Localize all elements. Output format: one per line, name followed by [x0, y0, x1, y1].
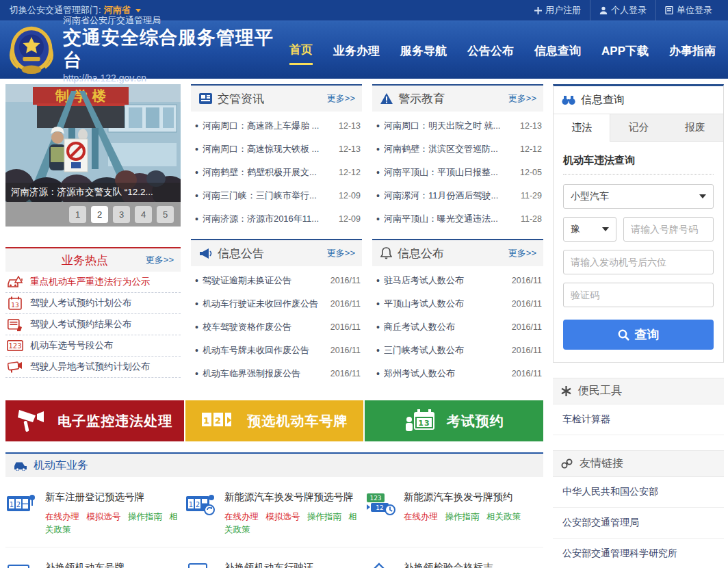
captcha-input[interactable]	[563, 283, 714, 307]
vehicle-business-grid: 12 新车注册登记预选号牌 在线办理 模拟选号 操作指南 相关政策 12 新能源…	[5, 477, 543, 568]
link-operation-guide[interactable]: 操作指南	[445, 512, 479, 521]
list-item[interactable]: •河南鹤壁：淇滨区交管巡防...12-12	[375, 138, 542, 161]
hot-item[interactable]: 13 驾驶人考试预约计划公布	[5, 293, 181, 314]
business-item-new-car-plate[interactable]: 12 新车注册登记预选号牌 在线办理 模拟选号 操作指南 相关政策	[5, 477, 185, 547]
link-online-handle[interactable]: 在线办理	[404, 512, 438, 521]
province-select[interactable]: 豫	[563, 217, 616, 242]
tab-scrap[interactable]: 报废	[667, 114, 723, 142]
business-item-title: 新车注册登记预选号牌	[45, 491, 181, 504]
list-item[interactable]: •河南平顶山：曝光交通违法...11-28	[375, 207, 542, 231]
list-item[interactable]: •机动车号牌未收回作废公告2016/11	[194, 339, 361, 362]
list-item[interactable]: •河南济源：济源市2016年11...12-09	[194, 207, 361, 231]
list-item[interactable]: •平顶山考试人数公布2016/11	[375, 292, 542, 315]
section-title: 便民工具	[578, 384, 622, 398]
query-submit-button[interactable]: 查询	[563, 320, 714, 350]
plate-badge-icon: 123补	[7, 563, 37, 568]
svg-text:123: 123	[8, 342, 21, 350]
carousel-page-5[interactable]: 5	[157, 206, 174, 223]
register-link[interactable]: 用户注册	[525, 0, 590, 21]
tab-points[interactable]: 记分	[610, 114, 666, 142]
hot-item[interactable]: 驾驶人考试预约结果公布	[5, 314, 181, 335]
nav-business[interactable]: 业务办理	[333, 36, 380, 64]
business-item-newenergy-preselect[interactable]: 12 新能源汽车换发号牌预选号牌 在线办理 模拟选号 操作指南 相关政策	[185, 477, 364, 547]
panel-hot-business: 业务热点 更多>> 重点机动车严重违法行为公示 13 驾驶人考试预约计划公布 驾…	[5, 239, 181, 393]
panel-traffic-news: 交管资讯 更多>> •河南周口：高速路上车爆胎 ...12-13 •河南周口：高…	[191, 84, 362, 231]
business-item-replace-license[interactable]: 补换领机动车行驶证 在线办理 操作指南 相关政策	[185, 547, 364, 568]
tab-violation[interactable]: 违法	[554, 114, 610, 142]
list-item[interactable]: •河南平顶山：平顶山日报整...12-05	[375, 161, 542, 184]
carousel-page-1[interactable]: 1	[69, 206, 86, 223]
chevron-down-icon	[135, 9, 141, 12]
more-link[interactable]: 更多>>	[327, 92, 355, 105]
hot-item[interactable]: 驾驶人异地考试预约计划公布	[5, 357, 181, 378]
svg-text:2: 2	[196, 501, 200, 508]
banner-preselect-plate[interactable]: 12 预选机动车号牌	[185, 400, 364, 441]
list-item[interactable]: •郑州考试人数公布2016/11	[375, 362, 542, 385]
list-item[interactable]: •机动车行驶证未收回作废公告2016/11	[194, 292, 361, 315]
link-related-policy[interactable]: 相关政策	[486, 512, 521, 521]
svg-text:2: 2	[16, 501, 21, 508]
carousel-photo[interactable]: 制 学 楼	[5, 84, 181, 202]
warning-triangle-icon	[380, 93, 393, 104]
link-online-handle[interactable]: 在线办理	[45, 512, 79, 521]
list-item[interactable]: •河南周口：明天出院之时 就...12-13	[375, 114, 542, 138]
list-item[interactable]: •驻马店考试人数公布2016/11	[375, 269, 542, 292]
more-link[interactable]: 更多>>	[146, 254, 174, 266]
megaphone-icon	[199, 248, 212, 259]
list-item[interactable]: •驾驶证逾期未换证公告2016/11	[194, 269, 361, 292]
nav-home[interactable]: 首页	[289, 35, 313, 65]
business-item-inspection-mark[interactable]: 验 补换领检验合格标志 在线办理 操作指南 相关政策	[364, 547, 543, 568]
nav-info-query[interactable]: 信息查询	[534, 36, 581, 64]
nav-announcements[interactable]: 公告公布	[467, 36, 514, 64]
link-mock-select[interactable]: 模拟选号	[265, 512, 300, 521]
asterisk-icon	[561, 386, 571, 396]
nav-app-download[interactable]: APP下载	[601, 36, 649, 64]
plate-number-input[interactable]	[623, 217, 714, 242]
link-operation-guide[interactable]: 操作指南	[307, 512, 341, 521]
list-item[interactable]: •河南鹤壁：鹤壁积极开展文...12-12	[194, 161, 361, 184]
police-badge-logo	[7, 23, 56, 77]
link-online-handle[interactable]: 在线办理	[224, 512, 259, 521]
tool-item-vehicle-check-calculator[interactable]: 车检计算器	[553, 404, 724, 435]
list-item[interactable]: •河南三门峡：三门峡市举行...12-09	[194, 184, 361, 207]
friend-link-traffic-bureau[interactable]: 公安部交通管理局	[553, 508, 724, 539]
hot-item[interactable]: 123 机动车选号号段公布	[5, 335, 181, 357]
banner-surveillance-violation[interactable]: 电子监控违法处理	[5, 400, 184, 441]
chevron-down-icon	[699, 194, 706, 198]
list-item[interactable]: •河南周口：高速路上车爆胎 ...12-13	[194, 114, 361, 138]
svg-text:123: 123	[369, 495, 381, 502]
link-mock-select[interactable]: 模拟选号	[86, 512, 120, 521]
carousel-pager: 1 2 3 4 5	[5, 202, 181, 227]
nav-guide[interactable]: 办事指南	[669, 36, 716, 64]
business-item-replace-plate[interactable]: 123补 补换领机动车号牌 在线办理 操作指南 相关政策	[5, 547, 185, 568]
bell-icon	[380, 247, 392, 259]
list-item[interactable]: •校车驾驶资格作废公告2016/11	[194, 315, 361, 339]
more-link[interactable]: 更多>>	[508, 92, 536, 105]
link-operation-guide[interactable]: 操作指南	[128, 512, 162, 521]
more-link[interactable]: 更多>>	[508, 247, 536, 259]
list-item[interactable]: •商丘考试人数公布2016/11	[375, 315, 542, 339]
region-switcher[interactable]: 切换公安交通管理部门: 河南省	[10, 4, 141, 16]
hot-item[interactable]: 重点机动车严重违法行为公示	[5, 272, 181, 293]
engine-number-input[interactable]	[563, 250, 714, 274]
nav-service-guide[interactable]: 服务导航	[400, 36, 447, 64]
friend-link-research-institute[interactable]: 公安部交通管理科学研究所	[553, 539, 724, 568]
vehicle-type-select[interactable]: 小型汽车	[563, 184, 714, 209]
list-item[interactable]: •河南周口：高速惊现大铁板 ...12-13	[194, 138, 361, 161]
list-item[interactable]: •三门峡考试人数公布2016/11	[375, 339, 542, 362]
list-item[interactable]: •机动车临界强制报废公告2016/11	[194, 362, 361, 385]
inspection-diamond-icon: 验	[365, 563, 393, 568]
unit-login-link[interactable]: 单位登录	[655, 0, 721, 21]
section-title: 友情链接	[580, 456, 623, 471]
business-item-newenergy-appointment[interactable]: 12312 新能源汽车换发号牌预约 在线办理 操作指南 相关政策	[364, 477, 543, 547]
friend-link-mps[interactable]: 中华人民共和国公安部	[553, 477, 724, 508]
more-link[interactable]: 更多>>	[327, 247, 355, 259]
banner-exam-appointment[interactable]: 13 考试预约	[365, 400, 543, 441]
plate-refresh-icon: 12	[186, 492, 216, 515]
carousel-page-2[interactable]: 2	[91, 206, 108, 223]
personal-login-link[interactable]: 个人登录	[590, 0, 655, 21]
carousel-page-4[interactable]: 4	[135, 206, 152, 223]
business-item-title: 新能源汽车换发号牌预约	[404, 491, 525, 504]
list-item[interactable]: •河南漯河：11月份酒后驾驶...11-29	[375, 184, 542, 207]
carousel-page-3[interactable]: 3	[113, 206, 130, 223]
